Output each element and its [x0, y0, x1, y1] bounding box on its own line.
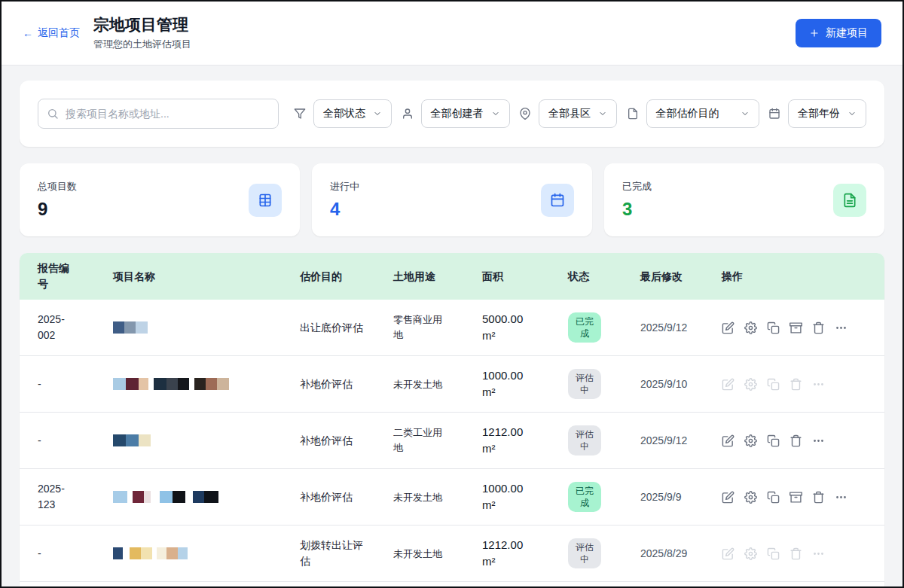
last-modified: 2025/8/29: [640, 546, 722, 562]
land-use: 零售商业用地: [393, 312, 482, 343]
filter-select-year[interactable]: 全部年份: [788, 99, 866, 128]
select-value: 全部年份: [798, 107, 840, 120]
settings-button[interactable]: [744, 434, 757, 447]
filter-group: 全部县区: [519, 99, 617, 128]
filter-select-district[interactable]: 全部县区: [539, 99, 617, 128]
more-button[interactable]: [835, 491, 848, 504]
stat-card-total: 总项目数 9: [20, 163, 300, 236]
redacted-block: [124, 321, 136, 334]
new-project-button[interactable]: 新建项目: [796, 19, 881, 47]
redacted-block: [136, 321, 148, 334]
chevron-down-icon: [741, 109, 750, 118]
delete-button[interactable]: [812, 491, 825, 504]
search-icon: [47, 108, 59, 120]
row-actions: [722, 491, 866, 504]
search-box: [38, 99, 279, 129]
table-row: - 划拨转出让评估 未开发土地 1212.00 m² 评估中 2025/8/29: [20, 526, 884, 582]
stat-value: 3: [622, 199, 652, 220]
redacted-block: [113, 547, 123, 559]
file-text-icon: [833, 184, 866, 217]
edit-button[interactable]: [722, 321, 734, 334]
filter-select-status[interactable]: 全部状态: [313, 99, 392, 128]
column-header: 估价目的: [300, 269, 393, 285]
settings-button[interactable]: [744, 491, 757, 504]
area-value: 1212.00: [482, 537, 560, 553]
table-header-row: 报告编号项目名称估价目的土地用途面积状态最后修改操作: [20, 253, 884, 300]
report-no: 2025-123: [38, 481, 113, 513]
archive-button[interactable]: [789, 491, 802, 504]
filter-select-creator[interactable]: 全部创建者: [421, 99, 510, 128]
stat-label: 总项目数: [38, 180, 77, 193]
back-link[interactable]: ← 返回首页: [23, 26, 80, 40]
filter-bar: 全部状态 全部创建者 全部县区 全部估价目的 全部年份: [20, 81, 884, 147]
stat-card-in-progress: 进行中 4: [312, 163, 592, 236]
settings-button: [744, 378, 757, 391]
copy-button: [767, 378, 780, 391]
user-icon: [402, 108, 414, 120]
edit-button[interactable]: [722, 491, 734, 504]
area-value: 5000.00: [482, 311, 560, 328]
filter-controls: 全部状态 全部创建者 全部县区 全部估价目的 全部年份: [294, 99, 866, 128]
row-actions: [722, 321, 866, 334]
archive-button[interactable]: [789, 321, 802, 334]
redacted-block: [173, 491, 185, 503]
copy-button[interactable]: [767, 491, 780, 504]
column-header: 面积: [482, 269, 568, 285]
calendar-icon: [768, 108, 780, 120]
copy-button: [767, 547, 780, 560]
status-badge: 评估中: [568, 369, 601, 399]
area-value: 1212.00: [482, 424, 560, 440]
more-button: [812, 547, 825, 560]
redacted-block: [127, 491, 133, 503]
page-subtitle: 管理您的土地评估项目: [93, 38, 191, 51]
redacted-block: [113, 378, 126, 390]
table-row: 2025-002 出让底价评估 零售商业用地 5000.00 m² 已完成 20…: [20, 300, 884, 356]
project-name-blocks: [113, 378, 292, 390]
filter-group: 全部状态: [294, 99, 392, 128]
redacted-block: [157, 547, 166, 559]
redacted-block: [133, 491, 144, 503]
redacted-block: [189, 378, 194, 390]
delete-button[interactable]: [812, 321, 825, 334]
settings-button[interactable]: [744, 321, 757, 334]
chevron-down-icon: [373, 109, 382, 118]
status-badge: 已完成: [568, 482, 601, 512]
project-name-blocks: [113, 434, 292, 446]
land-use: 未开发土地: [393, 489, 482, 505]
more-button[interactable]: [835, 321, 848, 334]
status-badge: 评估中: [568, 538, 601, 568]
valuation-purpose: 补地价评估: [300, 489, 393, 505]
project-name-blocks: [113, 491, 292, 503]
redacted-block: [148, 378, 154, 390]
stat-label: 进行中: [330, 180, 359, 193]
filter-select-purpose[interactable]: 全部估价目的: [646, 99, 759, 128]
delete-button: [789, 378, 802, 391]
redacted-block: [139, 378, 148, 390]
edit-button[interactable]: [722, 434, 734, 447]
delete-button: [789, 547, 802, 560]
report-no: -: [38, 376, 113, 392]
more-button[interactable]: [812, 434, 825, 447]
column-header: 操作: [722, 269, 866, 285]
project-name-blocks: [113, 547, 292, 559]
area-unit: m²: [482, 328, 560, 344]
last-modified: 2025/9/10: [640, 376, 722, 392]
redacted-block: [151, 491, 160, 503]
copy-button[interactable]: [767, 321, 780, 334]
copy-button[interactable]: [767, 434, 780, 447]
select-value: 全部估价目的: [656, 107, 719, 120]
redacted-block: [178, 378, 189, 390]
stat-value: 9: [38, 199, 77, 220]
delete-button[interactable]: [789, 434, 802, 447]
redacted-block: [126, 378, 139, 390]
search-input[interactable]: [38, 99, 279, 129]
select-value: 全部创建者: [431, 107, 484, 120]
title-block: 宗地项目管理 管理您的土地评估项目: [93, 15, 191, 51]
select-value: 全部县区: [548, 107, 591, 120]
settings-button: [744, 547, 757, 560]
land-use: 未开发土地: [393, 376, 482, 392]
stat-label: 已完成: [622, 180, 652, 193]
redacted-block: [217, 378, 229, 390]
table-row: - 补地价评估 二类工业用地 1212.00 m² 评估中 2025/9/12: [20, 413, 884, 469]
last-modified: 2025/9/9: [640, 489, 722, 505]
